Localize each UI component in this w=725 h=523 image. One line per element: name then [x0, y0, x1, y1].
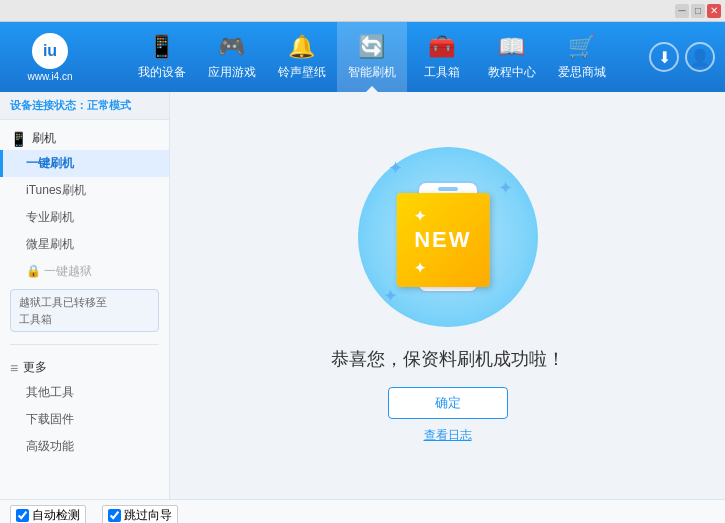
- checkbox-area: 自动检测 跳过向导: [10, 505, 188, 524]
- skip-guide-checkbox[interactable]: [108, 509, 121, 522]
- nav-label-ringtone: 铃声壁纸: [278, 64, 326, 81]
- minimize-button[interactable]: ─: [675, 4, 689, 18]
- device-strip-left: 自动检测 跳过向导 📱 iPhone 12 mini 64GB Down-12m…: [10, 505, 188, 524]
- download-button[interactable]: ⬇: [649, 42, 679, 72]
- nav-item-my-device[interactable]: 📱 我的设备: [127, 22, 197, 92]
- nav-item-tutorial[interactable]: 📖 教程中心: [477, 22, 547, 92]
- more-group-icon: ≡: [10, 360, 18, 376]
- app-game-icon: 🎮: [218, 34, 245, 60]
- store-icon: 🛒: [568, 34, 595, 60]
- sparkle-3: ✦: [383, 285, 398, 307]
- main-area: 设备连接状态：正常模式 📱 刷机 一键刷机 iTunes刷机 专业刷机 微星刷机…: [0, 92, 725, 499]
- nav-item-toolbox[interactable]: 🧰 工具箱: [407, 22, 477, 92]
- sidebar: 设备连接状态：正常模式 📱 刷机 一键刷机 iTunes刷机 专业刷机 微星刷机…: [0, 92, 170, 499]
- sidebar-item-itunes-flash[interactable]: iTunes刷机: [0, 177, 169, 204]
- more-group-header: ≡ 更多: [0, 353, 169, 379]
- auto-detect-label: 自动检测: [32, 507, 80, 524]
- nav-label-my-device: 我的设备: [138, 64, 186, 81]
- sidebar-item-one-click-flash[interactable]: 一键刷机: [0, 150, 169, 177]
- confirm-button[interactable]: 确定: [388, 387, 508, 419]
- jailbreak-notice: 越狱工具已转移至 工具箱: [10, 289, 159, 332]
- status-label: 设备连接状态：: [10, 99, 87, 111]
- connection-status: 设备连接状态：正常模式: [0, 92, 169, 120]
- auto-detect-checkbox-label[interactable]: 自动检测: [10, 505, 86, 524]
- nav-item-app-game[interactable]: 🎮 应用游戏: [197, 22, 267, 92]
- nav-label-toolbox: 工具箱: [424, 64, 460, 81]
- auto-detect-checkbox[interactable]: [16, 509, 29, 522]
- titlebar: ─ □ ✕: [0, 0, 725, 22]
- sidebar-item-download-firmware[interactable]: 下载固件: [0, 406, 169, 433]
- success-message: 恭喜您，保资料刷机成功啦！: [331, 347, 565, 371]
- nav-label-smart-flash: 智能刷机: [348, 64, 396, 81]
- user-button[interactable]: 👤: [685, 42, 715, 72]
- sidebar-item-pro-flash[interactable]: 专业刷机: [0, 204, 169, 231]
- svg-rect-3: [438, 187, 458, 191]
- device-strip: 自动检测 跳过向导 📱 iPhone 12 mini 64GB Down-12m…: [0, 499, 725, 523]
- nav-label-app-game: 应用游戏: [208, 64, 256, 81]
- logo-area: iu www.i4.cn: [0, 33, 100, 82]
- flash-group-icon: 📱: [10, 131, 27, 147]
- sidebar-item-one-click-jailbreak: 🔒 一键越狱: [0, 258, 169, 285]
- illustration-area: ✦ ✦ ✦ NEW: [368, 147, 528, 327]
- header: iu www.i4.cn 📱 我的设备 🎮 应用游戏 🔔 铃声壁纸 🔄 智能刷机…: [0, 22, 725, 92]
- sidebar-item-micro-flash[interactable]: 微星刷机: [0, 231, 169, 258]
- nav-label-tutorial: 教程中心: [488, 64, 536, 81]
- sidebar-item-other-tools[interactable]: 其他工具: [0, 379, 169, 406]
- logo-icon: iu: [32, 33, 68, 69]
- more-group-label: 更多: [23, 359, 47, 376]
- skip-guide-checkbox-label[interactable]: 跳过向导: [102, 505, 178, 524]
- status-value: 正常模式: [87, 99, 131, 111]
- maximize-button[interactable]: □: [691, 4, 705, 18]
- smart-flash-icon: 🔄: [358, 34, 385, 60]
- content-area: ✦ ✦ ✦ NEW: [170, 92, 725, 499]
- nav-item-ringtone[interactable]: 🔔 铃声壁纸: [267, 22, 337, 92]
- flash-group-header: 📱 刷机: [0, 124, 169, 150]
- header-right: ⬇ 👤: [643, 42, 725, 72]
- logo-url: www.i4.cn: [27, 71, 72, 82]
- new-ribbon: NEW: [396, 193, 489, 287]
- phone-illustration: ✦ ✦ ✦ NEW: [368, 147, 528, 327]
- close-button[interactable]: ✕: [707, 4, 721, 18]
- more-section: ≡ 更多 其他工具 下载固件 高级功能: [0, 349, 169, 464]
- my-device-icon: 📱: [148, 34, 175, 60]
- nav-label-store: 爱思商城: [558, 64, 606, 81]
- tutorial-icon: 📖: [498, 34, 525, 60]
- ringtone-icon: 🔔: [288, 34, 315, 60]
- nav-item-store[interactable]: 🛒 爱思商城: [547, 22, 617, 92]
- nav-item-smart-flash[interactable]: 🔄 智能刷机: [337, 22, 407, 92]
- flash-group-label: 刷机: [32, 130, 56, 147]
- sidebar-divider: [10, 344, 159, 345]
- guide-link[interactable]: 查看日志: [424, 427, 472, 444]
- flash-section: 📱 刷机 一键刷机 iTunes刷机 专业刷机 微星刷机 🔒 一键越狱 越狱工具…: [0, 120, 169, 340]
- sidebar-item-advanced[interactable]: 高级功能: [0, 433, 169, 460]
- toolbox-icon: 🧰: [428, 34, 455, 60]
- nav-bar: 📱 我的设备 🎮 应用游戏 🔔 铃声壁纸 🔄 智能刷机 🧰 工具箱 📖 教程中心…: [100, 22, 643, 92]
- skip-guide-label: 跳过向导: [124, 507, 172, 524]
- sparkle-2: ✦: [498, 177, 513, 199]
- sparkle-1: ✦: [388, 157, 403, 179]
